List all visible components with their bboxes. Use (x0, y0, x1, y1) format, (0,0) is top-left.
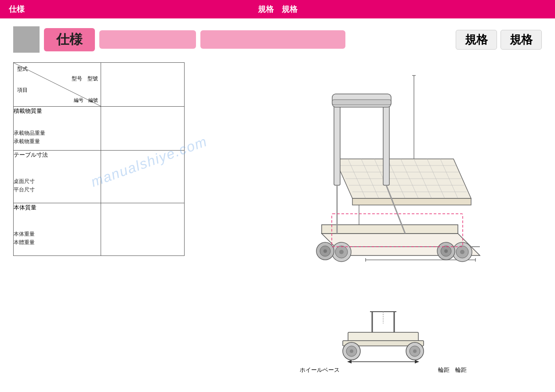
table-row: テーブル寸法 桌面尺寸 平台尺寸 (14, 151, 185, 203)
row1-label: 積載物質量 承載物品重量 承載物重量 (14, 107, 101, 151)
table-row: 本体質量 本体重量 本體重量 (14, 203, 185, 256)
title-main-label: 仕様 (44, 28, 95, 51)
title-row: 仕様 規格 規格 (13, 26, 542, 53)
row1-jp: 積載物質量 (14, 107, 101, 116)
svg-rect-40 (334, 97, 340, 185)
row3-cn2: 本體重量 (14, 238, 101, 247)
title-right-label2: 規格 (501, 30, 542, 50)
wheelbase-label-right: 輪距 輪距 (438, 366, 467, 374)
wheelbase-label-left: ホイールベース (300, 366, 340, 374)
wheelbase-svg (295, 308, 471, 365)
row3-cn1: 本体重量 (14, 230, 101, 238)
svg-rect-41 (383, 97, 389, 185)
main-content: 仕様 規格 規格 型式 (0, 18, 555, 382)
svg-point-58 (413, 349, 417, 353)
pink-bar-short (99, 30, 196, 49)
header-top-left: 型式 (17, 65, 28, 73)
header-left-label: 仕様 (9, 4, 25, 14)
row2-jp: テーブル寸法 (14, 151, 101, 160)
row3-label: 本体質量 本体重量 本體重量 (14, 203, 101, 256)
row2-label: テーブル寸法 桌面尺寸 平台尺寸 (14, 151, 101, 203)
svg-rect-43 (332, 100, 391, 105)
title-right-label1: 規格 (456, 30, 497, 50)
header-bottom-left: 項目 (17, 86, 28, 94)
svg-point-15 (339, 250, 344, 254)
header-center-label: 規格 規格 (258, 4, 297, 14)
header-value-cell (101, 63, 185, 107)
row3-jp: 本体質量 (14, 203, 101, 212)
header-bar: 仕様 規格 規格 (0, 0, 555, 18)
svg-marker-39 (352, 198, 471, 205)
row3-value (101, 203, 185, 256)
spec-table-wrap: 型式 型号 型號 項目 編号 編號 積載物質量 承載物品重量 (13, 62, 185, 374)
header-cell: 型式 型号 型號 項目 編号 編號 (14, 63, 101, 107)
gray-square (13, 26, 40, 53)
table-row: 積載物質量 承載物品重量 承載物重量 (14, 107, 185, 151)
row2-cn2: 平台尺寸 (14, 186, 101, 194)
svg-marker-11 (322, 225, 458, 234)
cart-svg (247, 62, 493, 308)
wheelbase-row: ホイールベース 輪距 輪距 (300, 366, 467, 374)
svg-marker-60 (347, 360, 352, 363)
row2-cn1: 桌面尺寸 (14, 177, 101, 186)
table-header-row: 型式 型号 型號 項目 編号 編號 (14, 63, 185, 107)
row1-cn2: 承載物重量 (14, 137, 101, 146)
svg-point-55 (350, 349, 353, 353)
row2-value (101, 151, 185, 203)
svg-marker-61 (415, 360, 419, 363)
svg-point-21 (323, 249, 327, 253)
header-bottom-right: 編号 編號 (74, 97, 98, 104)
row1-value (101, 107, 185, 151)
diagram-area: ホイールベース 輪距 輪距 (198, 62, 542, 374)
row1-cn1: 承載物品重量 (14, 129, 101, 137)
svg-point-24 (444, 249, 448, 253)
svg-rect-51 (348, 332, 418, 341)
svg-point-18 (460, 250, 464, 254)
pink-bar-long (200, 30, 345, 49)
title-right-labels: 規格 規格 (456, 30, 542, 50)
two-col-layout: 型式 型号 型號 項目 編号 編號 積載物質量 承載物品重量 (13, 62, 542, 374)
header-mid-right: 型号 型號 (72, 75, 98, 83)
spec-table: 型式 型号 型號 項目 編号 編號 積載物質量 承載物品重量 (13, 62, 185, 256)
